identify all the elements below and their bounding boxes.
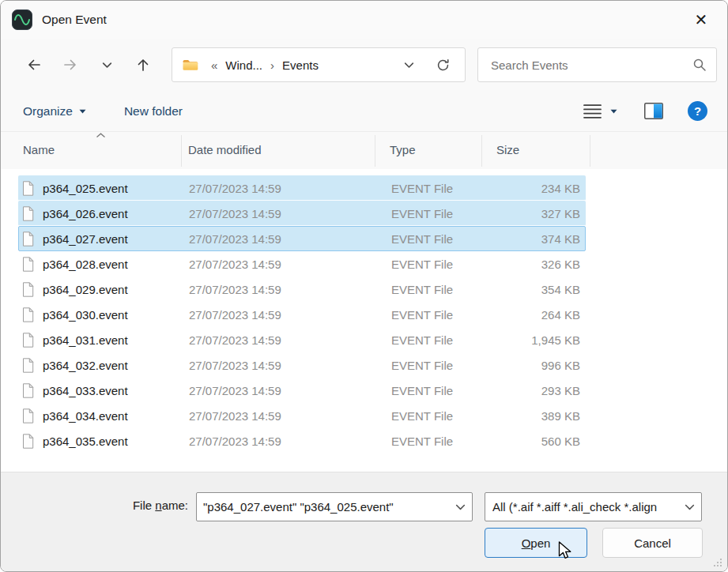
file-size: 560 KB [482, 435, 587, 448]
file-type: EVENT File [391, 258, 482, 271]
file-type: EVENT File [391, 435, 482, 448]
svg-text:?: ? [694, 104, 701, 118]
file-size: 1,945 KB [482, 333, 587, 347]
file-size: 996 KB [482, 359, 587, 372]
file-row[interactable]: p364_034.event 27/07/2023 14:59 EVENT Fi… [18, 403, 586, 428]
resize-grip[interactable] [712, 557, 722, 567]
file-date-modified: 27/07/2023 14:59 [189, 207, 391, 220]
column-name[interactable]: Name [23, 143, 55, 156]
file-icon [19, 231, 43, 246]
file-date-modified: 27/07/2023 14:59 [189, 308, 391, 322]
file-row[interactable]: p364_026.event 27/07/2023 14:59 EVENT Fi… [18, 201, 586, 226]
breadcrumb-overflow[interactable]: « [206, 58, 222, 72]
file-type: EVENT File [391, 232, 482, 246]
column-size[interactable]: Size [496, 143, 519, 156]
refresh-icon[interactable] [436, 58, 451, 73]
breadcrumb-current[interactable]: Events [279, 58, 322, 72]
file-icon [19, 307, 43, 322]
file-icon [19, 434, 43, 449]
column-resize-handle[interactable] [181, 135, 182, 167]
search-input[interactable] [491, 58, 692, 72]
file-name-label: File name: [1, 499, 188, 512]
file-type: EVENT File [391, 283, 482, 296]
address-bar[interactable]: « Wind... › Events [172, 47, 466, 82]
file-date-modified: 27/07/2023 14:59 [189, 283, 391, 296]
file-size: 327 KB [482, 207, 587, 220]
help-icon[interactable]: ? [687, 100, 708, 122]
titlebar: Open Event ✕ [1, 1, 727, 39]
file-row[interactable]: p364_027.event 27/07/2023 14:59 EVENT Fi… [18, 226, 586, 251]
list-view-icon [583, 103, 602, 120]
column-resize-handle[interactable] [375, 135, 375, 167]
file-date-modified: 27/07/2023 14:59 [189, 232, 391, 246]
file-date-modified: 27/07/2023 14:59 [189, 409, 391, 423]
file-row[interactable]: p364_033.event 27/07/2023 14:59 EVENT Fi… [18, 378, 586, 403]
sort-ascending-icon [96, 133, 106, 138]
file-row[interactable]: p364_031.event 27/07/2023 14:59 EVENT Fi… [18, 327, 586, 352]
file-row[interactable]: p364_035.event 27/07/2023 14:59 EVENT Fi… [18, 428, 586, 453]
breadcrumb-separator-icon: › [266, 58, 279, 72]
file-name: p364_029.event [43, 283, 189, 296]
file-date-modified: 27/07/2023 14:59 [189, 258, 391, 271]
recent-locations-chevron-icon[interactable] [92, 51, 121, 79]
open-event-dialog: Open Event ✕ « [0, 0, 728, 572]
file-name-combobox[interactable] [196, 492, 473, 521]
file-row[interactable]: p364_030.event 27/07/2023 14:59 EVENT Fi… [18, 302, 586, 327]
file-type: EVENT File [391, 359, 482, 372]
column-date-modified[interactable]: Date modified [188, 143, 262, 156]
file-list: p364_025.event 27/07/2023 14:59 EVENT Fi… [1, 169, 727, 473]
file-row[interactable]: p364_025.event 27/07/2023 14:59 EVENT Fi… [18, 175, 586, 201]
file-name: p364_028.event [43, 258, 189, 271]
file-date-modified: 27/07/2023 14:59 [189, 359, 391, 372]
column-header-row: Name Date modified Type Size [1, 132, 727, 169]
preview-pane-icon[interactable] [644, 103, 663, 119]
file-type-dropdown[interactable]: All (*.aif *.aiff *.ali_check *.align [485, 492, 702, 521]
new-folder-button[interactable]: New folder [124, 104, 183, 119]
file-icon [19, 181, 43, 196]
file-type: EVENT File [391, 308, 482, 322]
file-size: 326 KB [482, 258, 587, 271]
mouse-cursor [556, 541, 573, 559]
cancel-button[interactable]: Cancel [602, 528, 703, 558]
file-name: p364_027.event [43, 232, 189, 246]
file-size: 354 KB [482, 283, 587, 296]
file-icon [19, 257, 43, 272]
file-row[interactable]: p364_032.event 27/07/2023 14:59 EVENT Fi… [18, 352, 586, 378]
search-box[interactable] [477, 47, 717, 82]
dialog-footer: File name: All (*.aif *.aiff *.ali_check… [1, 472, 727, 571]
up-icon[interactable] [129, 51, 157, 79]
file-icon [19, 206, 43, 221]
file-size: 374 KB [482, 232, 587, 246]
organize-button[interactable]: Organize [23, 104, 86, 119]
address-dropdown-chevron-icon[interactable] [403, 59, 415, 71]
forward-icon[interactable] [56, 51, 85, 79]
breadcrumb-parent[interactable]: Wind... [222, 58, 266, 72]
back-icon[interactable] [20, 51, 48, 79]
app-wave-icon [12, 9, 32, 30]
view-mode-button[interactable] [583, 103, 617, 120]
file-name-dropdown-chevron-icon[interactable] [455, 502, 466, 512]
file-type-dropdown-chevron-icon[interactable] [685, 502, 695, 512]
search-icon[interactable] [692, 58, 707, 72]
file-name: p364_034.event [43, 409, 189, 423]
column-resize-handle[interactable] [481, 135, 482, 167]
file-row[interactable]: p364_028.event 27/07/2023 14:59 EVENT Fi… [18, 251, 586, 277]
file-name-input[interactable] [203, 500, 455, 514]
organize-label: Organize [23, 104, 73, 119]
file-row[interactable]: p364_029.event 27/07/2023 14:59 EVENT Fi… [18, 277, 586, 302]
close-icon[interactable]: ✕ [689, 12, 713, 28]
file-name: p364_032.event [43, 359, 189, 372]
file-type: EVENT File [391, 409, 482, 423]
file-date-modified: 27/07/2023 14:59 [189, 435, 391, 448]
column-type[interactable]: Type [390, 143, 416, 156]
view-mode-caret-icon [610, 109, 617, 114]
column-resize-handle[interactable] [590, 135, 590, 167]
file-name: p364_033.event [43, 384, 189, 397]
file-type: EVENT File [391, 207, 482, 220]
file-icon [19, 383, 43, 398]
file-icon [19, 408, 43, 423]
file-date-modified: 27/07/2023 14:59 [189, 182, 391, 195]
file-type-value: All (*.aif *.aiff *.ali_check *.align [492, 500, 685, 514]
folder-icon [182, 58, 198, 71]
file-icon [19, 358, 43, 373]
